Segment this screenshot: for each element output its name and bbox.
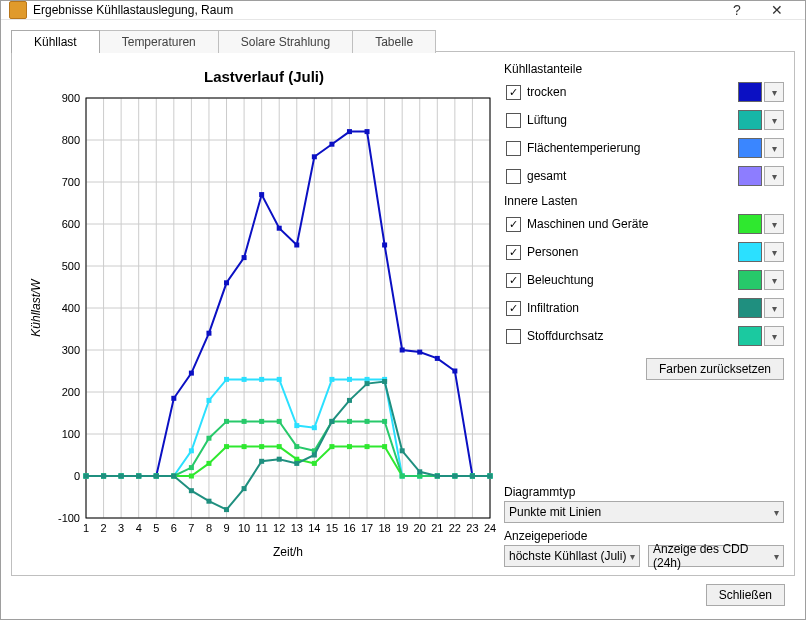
svg-rect-173 <box>136 474 141 479</box>
svg-rect-109 <box>277 444 282 449</box>
svg-text:Zeit/h: Zeit/h <box>273 545 303 559</box>
svg-rect-93 <box>417 350 422 355</box>
checkbox-maschinen[interactable] <box>506 217 521 232</box>
svg-text:10: 10 <box>238 522 250 534</box>
svg-rect-88 <box>329 142 334 147</box>
color-swatch-infiltration[interactable] <box>738 298 762 318</box>
group-anteile-list: trocken▾Lüftung▾Flächentemperierung▾gesa… <box>504 80 784 192</box>
svg-text:22: 22 <box>449 522 461 534</box>
checkbox-gesamt[interactable] <box>506 169 521 184</box>
close-icon[interactable]: ✕ <box>757 2 797 18</box>
svg-rect-152 <box>189 465 194 470</box>
svg-rect-94 <box>435 356 440 361</box>
period-left-select[interactable]: höchste Kühllast (Juli) ▾ <box>504 545 640 567</box>
svg-rect-175 <box>171 474 176 479</box>
svg-text:700: 700 <box>62 176 80 188</box>
tab-bar: Kühllast Temperaturen Solare Strahlung T… <box>11 28 795 52</box>
group-innere-header: Innere Lasten <box>504 194 784 208</box>
svg-rect-90 <box>365 129 370 134</box>
close-button[interactable]: Schließen <box>706 584 785 606</box>
legend-row-flaechentemp: Flächentemperierung▾ <box>504 136 784 160</box>
tab-temperaturen[interactable]: Temperaturen <box>99 30 219 53</box>
color-swatch-personen[interactable] <box>738 242 762 262</box>
color-dropdown-stoffdurchsatz[interactable]: ▾ <box>764 326 784 346</box>
color-dropdown-maschinen[interactable]: ▾ <box>764 214 784 234</box>
reset-colors-button[interactable]: Farben zurücksetzen <box>646 358 784 380</box>
svg-text:3: 3 <box>118 522 124 534</box>
svg-rect-180 <box>259 459 264 464</box>
svg-text:1: 1 <box>83 522 89 534</box>
svg-rect-190 <box>435 474 440 479</box>
color-swatch-stoffdurchsatz[interactable] <box>738 326 762 346</box>
color-swatch-beleuchtung[interactable] <box>738 270 762 290</box>
checkbox-trocken[interactable] <box>506 85 521 100</box>
svg-text:18: 18 <box>378 522 390 534</box>
bottom-bar: Schließen <box>11 576 795 614</box>
color-swatch-gesamt[interactable] <box>738 166 762 186</box>
tab-solare-strahlung[interactable]: Solare Strahlung <box>218 30 353 53</box>
svg-rect-157 <box>277 419 282 424</box>
color-swatch-lueftung[interactable] <box>738 110 762 130</box>
legend-row-beleuchtung: Beleuchtung▾ <box>504 268 784 292</box>
checkbox-infiltration[interactable] <box>506 301 521 316</box>
group-innere-list: Maschinen und Geräte▾Personen▾Beleuchtun… <box>504 212 784 352</box>
dialog-window: Ergebnisse Kühllastauslegung, Raum ? ✕ K… <box>0 0 806 620</box>
svg-rect-154 <box>224 419 229 424</box>
color-dropdown-flaechentemp[interactable]: ▾ <box>764 138 784 158</box>
svg-rect-105 <box>206 461 211 466</box>
svg-rect-113 <box>347 444 352 449</box>
svg-rect-106 <box>224 444 229 449</box>
color-dropdown-infiltration[interactable]: ▾ <box>764 298 784 318</box>
color-swatch-maschinen[interactable] <box>738 214 762 234</box>
diagramtype-select[interactable]: Punkte mit Linien ▾ <box>504 501 784 523</box>
color-dropdown-personen[interactable]: ▾ <box>764 242 784 262</box>
legend-row-maschinen: Maschinen und Geräte▾ <box>504 212 784 236</box>
tab-kuehllast[interactable]: Kühllast <box>11 30 100 53</box>
svg-rect-104 <box>189 474 194 479</box>
svg-text:Lastverlauf (Juli): Lastverlauf (Juli) <box>204 68 324 85</box>
chart-pane: Lastverlauf (Juli)-100010020030040050060… <box>12 52 504 575</box>
tab-underline <box>435 51 795 52</box>
svg-text:15: 15 <box>326 522 338 534</box>
color-dropdown-gesamt[interactable]: ▾ <box>764 166 784 186</box>
help-button[interactable]: ? <box>717 2 757 18</box>
svg-text:9: 9 <box>223 522 229 534</box>
chevron-down-icon: ▾ <box>774 507 779 518</box>
svg-text:8: 8 <box>206 522 212 534</box>
legend-label-trocken: trocken <box>527 85 738 99</box>
side-pane: Kühllastanteile trocken▾Lüftung▾Flächent… <box>504 52 794 575</box>
svg-rect-184 <box>329 419 334 424</box>
svg-rect-188 <box>400 448 405 453</box>
color-swatch-flaechentemp[interactable] <box>738 138 762 158</box>
color-dropdown-trocken[interactable]: ▾ <box>764 82 784 102</box>
svg-rect-177 <box>206 499 211 504</box>
svg-rect-87 <box>312 154 317 159</box>
period-right-select[interactable]: Anzeige des CDD (24h) ▾ <box>648 545 784 567</box>
period-right-value: Anzeige des CDD (24h) <box>653 542 774 570</box>
svg-rect-84 <box>259 192 264 197</box>
checkbox-stoffdurchsatz[interactable] <box>506 329 521 344</box>
svg-text:300: 300 <box>62 344 80 356</box>
color-dropdown-lueftung[interactable]: ▾ <box>764 110 784 130</box>
checkbox-flaechentemp[interactable] <box>506 141 521 156</box>
svg-rect-80 <box>189 371 194 376</box>
chevron-down-icon: ▾ <box>774 551 779 562</box>
color-swatch-trocken[interactable] <box>738 82 762 102</box>
svg-rect-136 <box>329 377 334 382</box>
legend-label-flaechentemp: Flächentemperierung <box>527 141 738 155</box>
svg-rect-130 <box>224 377 229 382</box>
checkbox-beleuchtung[interactable] <box>506 273 521 288</box>
svg-rect-132 <box>259 377 264 382</box>
legend-row-personen: Personen▾ <box>504 240 784 264</box>
legend-label-gesamt: gesamt <box>527 169 738 183</box>
checkbox-lueftung[interactable] <box>506 113 521 128</box>
svg-rect-135 <box>312 425 317 430</box>
color-dropdown-beleuchtung[interactable]: ▾ <box>764 270 784 290</box>
checkbox-personen[interactable] <box>506 245 521 260</box>
window-title: Ergebnisse Kühllastauslegung, Raum <box>33 3 717 17</box>
tab-tabelle[interactable]: Tabelle <box>352 30 436 53</box>
svg-text:100: 100 <box>62 428 80 440</box>
svg-text:-100: -100 <box>58 512 80 524</box>
svg-text:600: 600 <box>62 218 80 230</box>
svg-rect-186 <box>365 381 370 386</box>
